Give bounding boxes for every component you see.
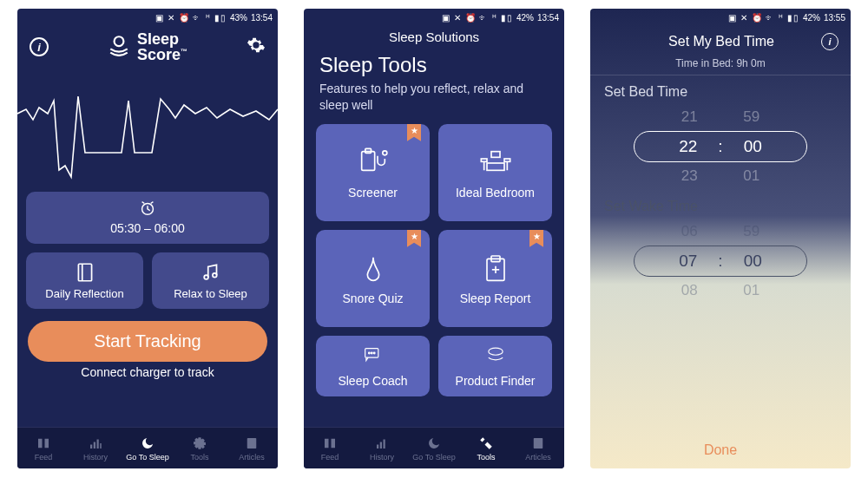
screen-set-bed-time: ▣ ✕ ⏰ ᯤ ᴴ ▮▯ 42% 13:55 Set My Bed Time i…: [590, 9, 851, 468]
svg-point-21: [368, 352, 370, 354]
time-in-bed-label: Time in Bed: 9h 0m: [590, 57, 851, 75]
svg-rect-2: [78, 264, 91, 281]
clipboard-stethoscope-icon: [356, 146, 391, 180]
section-heading: Sleep Tools: [304, 53, 564, 77]
cta-label: Start Tracking: [94, 331, 201, 350]
alarm-time-button[interactable]: 05:30 – 06:00: [26, 192, 269, 244]
tab-go-to-sleep[interactable]: Go To Sleep: [122, 428, 174, 468]
tool-label: Sleep Report: [460, 291, 531, 305]
bed-time-label: Set Bed Time: [590, 75, 851, 103]
relax-to-sleep-button[interactable]: Relax to Sleep: [152, 252, 269, 309]
app-logo: Sleep Score™: [49, 31, 247, 62]
star-badge-icon: ★: [407, 124, 421, 141]
tool-sleep-report[interactable]: ★ Sleep Report: [438, 230, 552, 327]
tab-articles[interactable]: Articles: [512, 428, 564, 468]
status-time: 13:54: [251, 13, 273, 23]
tab-history[interactable]: History: [69, 428, 122, 468]
tab-feed[interactable]: Feed: [17, 428, 69, 468]
alarm-range-label: 05:30 – 06:00: [110, 221, 185, 235]
status-bar: ▣ ✕ ⏰ ᯤ ᴴ ▮▯ 42% 13:55: [590, 9, 851, 26]
relax-label: Relax to Sleep: [174, 287, 247, 300]
alarm-clock-icon: [138, 199, 157, 218]
daily-reflection-button[interactable]: Daily Reflection: [26, 252, 143, 309]
star-badge-icon: ★: [407, 230, 421, 247]
status-bar: ▣ ✕ ⏰ ᯤ ᴴ ▮▯ 42% 13:54: [304, 9, 564, 26]
tab-tools[interactable]: Tools: [174, 428, 226, 468]
music-note-icon: [200, 261, 222, 284]
tool-label: Screener: [348, 186, 398, 200]
clipboard-plus-icon: [478, 252, 513, 286]
screen-title: Sleep Solutions: [304, 26, 564, 53]
svg-rect-6: [247, 438, 257, 449]
svg-rect-14: [481, 159, 487, 161]
tool-sleep-coach[interactable]: Sleep Coach: [316, 336, 430, 396]
status-bar: ▣ ✕ ⏰ ᯤ ᴴ ▮▯ 43% 13:54: [17, 9, 278, 26]
tool-label: Product Finder: [456, 374, 536, 388]
info-icon[interactable]: i: [821, 33, 838, 50]
tab-tools[interactable]: Tools: [460, 428, 512, 468]
tab-go-to-sleep[interactable]: Go To Sleep: [408, 428, 460, 468]
cta-subtext: Connect charger to track: [17, 365, 278, 384]
settings-icon[interactable]: [247, 36, 266, 58]
status-battery: 43%: [230, 13, 247, 23]
screen-tools: ▣ ✕ ⏰ ᯤ ᴴ ▮▯ 42% 13:54 Sleep Solutions S…: [304, 9, 564, 468]
page-title: Set My Bed Time: [621, 34, 821, 49]
sleep-mask-icon: [481, 344, 510, 369]
tools-grid: ★ Screener Ideal Bedroom ★ Snore Quiz ★ …: [304, 124, 564, 396]
bed-time-picker[interactable]: 21:59 22:00 23:01: [590, 103, 851, 190]
app-header: i Sleep Score™: [17, 26, 278, 66]
bottom-tabbar: Feed History Go To Sleep Tools Articles: [304, 427, 564, 468]
svg-point-23: [373, 352, 375, 354]
wake-time-picker[interactable]: 06:59 07:00 08:01: [590, 218, 851, 304]
svg-rect-11: [487, 163, 504, 170]
wake-time-label: Set Wake Time: [590, 190, 851, 218]
svg-point-4: [204, 275, 208, 279]
sleep-waveform: [17, 66, 278, 192]
section-subtitle: Features to help you reflect, relax and …: [304, 77, 564, 124]
status-icons: ▣ ✕ ⏰ ᯤ ᴴ ▮▯: [155, 13, 227, 23]
info-icon[interactable]: i: [30, 37, 49, 56]
tool-label: Snore Quiz: [342, 291, 403, 305]
tool-label: Ideal Bedroom: [456, 186, 535, 200]
svg-rect-7: [361, 151, 374, 170]
tab-history[interactable]: History: [356, 428, 408, 468]
tab-feed[interactable]: Feed: [304, 428, 356, 468]
journal-icon: [74, 261, 96, 284]
bedroom-icon: [478, 146, 513, 180]
svg-rect-15: [504, 159, 510, 161]
svg-point-22: [371, 352, 372, 354]
svg-point-5: [212, 273, 216, 278]
svg-point-0: [115, 36, 124, 46]
tool-snore-quiz[interactable]: ★ Snore Quiz: [316, 230, 430, 327]
chat-bubble-icon: [358, 344, 388, 369]
daily-reflection-label: Daily Reflection: [45, 287, 123, 300]
tool-screener[interactable]: ★ Screener: [316, 124, 430, 221]
tool-product-finder[interactable]: Product Finder: [438, 336, 552, 396]
start-tracking-button[interactable]: Start Tracking: [28, 321, 267, 362]
svg-point-9: [382, 151, 386, 155]
svg-rect-8: [365, 148, 371, 153]
tool-ideal-bedroom[interactable]: Ideal Bedroom: [438, 124, 552, 221]
app-title: Sleep Score™: [137, 31, 187, 62]
done-button[interactable]: Done: [590, 432, 851, 468]
tool-label: Sleep Coach: [338, 374, 407, 388]
bottom-tabbar: Feed History Go To Sleep Tools Articles: [17, 427, 278, 468]
screen-home: ▣ ✕ ⏰ ᯤ ᴴ ▮▯ 43% 13:54 i Sleep Score™ 05…: [17, 9, 278, 468]
star-badge-icon: ★: [529, 230, 543, 247]
svg-point-24: [488, 348, 502, 355]
sleepscore-logo-icon: [108, 34, 130, 60]
nose-icon: [356, 252, 391, 286]
page-header: Set My Bed Time i: [590, 26, 851, 57]
svg-rect-10: [491, 151, 500, 157]
svg-rect-25: [534, 438, 543, 449]
tab-articles[interactable]: Articles: [226, 428, 278, 468]
